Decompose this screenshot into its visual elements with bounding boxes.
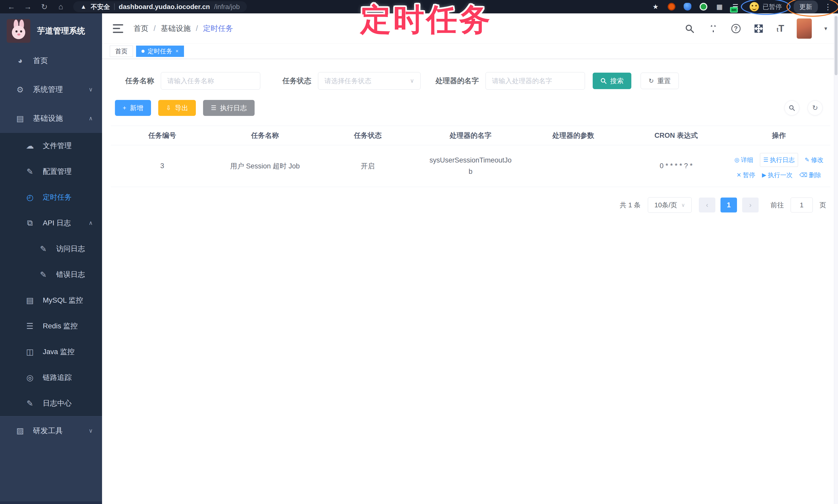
sidebar-item-home[interactable]: ◕ 首页 [0,46,102,75]
sidebar-item-system[interactable]: ⚙ 系统管理 ∨ [0,75,102,104]
sidebar-item-java-monitor[interactable]: ◫ Java 监控 [0,339,102,365]
tab-home[interactable]: 首页 [110,46,133,57]
api-log-icon: ⧉ [25,218,35,228]
export-button[interactable]: ⇩ 导出 [158,100,196,116]
toggle-search-button[interactable] [784,101,799,115]
active-tab-dot [141,50,144,53]
sidebar-item-access-logs[interactable]: ✎ 访问日志 [0,236,102,262]
main-area: 首页 / 基础设施 / 定时任务 ? [102,13,838,504]
goto-label: 前往 [770,201,784,210]
browser-forward-icon[interactable]: → [21,2,35,11]
java-monitor-icon: ◫ [25,347,35,357]
sidebar-item-scheduled-jobs[interactable]: ◴ 定时任务 [0,184,102,210]
eye-icon: ◎ [25,373,35,382]
refresh-table-button[interactable]: ↻ [808,101,823,115]
chevron-up-icon: ∧ [89,115,93,122]
goto-page-input[interactable] [790,198,813,213]
sidebar-item-redis-monitor[interactable]: ☰ Redis 监控 [0,313,102,339]
tab-close-icon[interactable]: × [175,48,179,54]
user-menu-caret-icon[interactable]: ▾ [824,25,827,32]
extension-list-icon[interactable]: ☰ on [731,2,740,11]
cloud-upload-icon: ☁ [25,141,35,151]
action-label: 详细 [741,156,753,164]
sidebar-item-label: 研发工具 [33,426,63,436]
url-host: dashboard.yudao.iocoder.cn [119,3,210,11]
sidebar-item-error-logs[interactable]: ✎ 错误日志 [0,262,102,287]
browser-back-icon[interactable]: ← [4,2,19,11]
sidebar-item-infra[interactable]: ▤ 基础设施 ∧ [0,104,102,133]
breadcrumb-home[interactable]: 首页 [134,23,149,34]
search-icon[interactable] [684,23,695,34]
col-header-handler: 处理器的名字 [419,128,522,143]
tab-label: 首页 [115,47,127,55]
user-avatar[interactable] [797,18,812,39]
job-status-placeholder: 请选择任务状态 [325,76,371,86]
fullscreen-icon[interactable] [753,23,764,34]
action-run-once-link[interactable]: ▶ 执行一次 [762,171,793,179]
eye-icon: ◎ [734,157,739,163]
sidebar-menu: ◕ 首页 ⚙ 系统管理 ∨ ▤ 基础设施 ∧ ☁ 文件管理 [0,46,102,504]
cell-job-name: 用户 Session 超时 Job [214,159,316,173]
extension-orange-icon[interactable] [667,2,676,11]
extension-blue-icon[interactable] [683,2,692,11]
bookmark-star-icon[interactable]: ★ [651,2,660,11]
address-bar[interactable]: ▲ 不安全 dashboard.yudao.iocoder.cn /infra/… [73,1,247,12]
font-size-icon[interactable]: tT [777,23,784,34]
prev-page-button[interactable]: ‹ [699,198,715,213]
cell-handler-name: sysUserSessionTimeoutJob [428,155,513,177]
next-page-button[interactable]: › [742,198,758,213]
action-pause-link[interactable]: ✕ 暂停 [736,171,755,179]
sidebar-item-api-logs[interactable]: ⧉ API 日志 ∧ [0,210,102,236]
search-button[interactable]: 搜索 [593,73,631,89]
extension-green-icon[interactable] [699,2,708,11]
job-status-select[interactable]: 请选择任务状态 ∨ [318,72,421,90]
add-button[interactable]: + 新增 [115,100,151,116]
sidebar-logo-row[interactable]: 芋道管理系统 [0,13,102,46]
sidebar-item-log-center[interactable]: ✎ 日志中心 [0,391,102,416]
url-divider [114,3,115,10]
tab-scheduled-jobs[interactable]: 定时任务 × [136,46,184,57]
browser-menu-kebab-icon[interactable]: ⋮ [824,2,832,11]
page-1-button[interactable]: 1 [720,198,737,213]
app-shell: 芋道管理系统 ◕ 首页 ⚙ 系统管理 ∨ ▤ 基础设施 ∧ [0,13,838,504]
page-content: 任务名称 任务状态 请选择任务状态 ∨ 处理器的名字 搜索 [102,59,838,504]
help-icon[interactable]: ? [731,24,740,33]
sidebar-submenu-infra: ☁ 文件管理 ✎ 配置管理 ◴ 定时任务 ⧉ API 日志 ∧ [0,133,102,416]
tab-label: 定时任务 [148,47,172,55]
browser-reload-icon[interactable]: ↻ [37,2,52,11]
action-delete-link[interactable]: ⌫ 删除 [799,171,821,179]
breadcrumb-infra[interactable]: 基础设施 [161,23,191,34]
page-scrollbar[interactable] [834,13,838,504]
annotation-overlay-title: 定时任务 [360,0,492,41]
github-icon[interactable] [708,23,719,34]
list-icon: ☰ [763,157,768,163]
sidebar-item-file-manage[interactable]: ☁ 文件管理 [0,133,102,159]
add-button-label: 新增 [130,104,143,112]
close-icon: ✕ [736,172,741,179]
sidebar-item-label: MySQL 监控 [43,295,83,305]
action-exec-log-link[interactable]: ☰ 执行日志 [760,153,798,167]
reset-button[interactable]: ↻ 重置 [641,73,679,89]
sidebar-item-devtools[interactable]: ▨ 研发工具 ∨ [0,416,102,445]
profile-chip[interactable]: 已暂停 [747,2,784,11]
browser-home-icon[interactable]: ⌂ [54,2,68,11]
sidebar-item-label: Redis 监控 [43,321,77,331]
handler-name-input[interactable] [486,72,585,90]
sidebar-item-mysql-monitor[interactable]: ▤ MySQL 监控 [0,287,102,313]
trash-icon: ⌫ [799,172,807,179]
chevron-up-icon: ∧ [89,220,93,227]
breadcrumb-separator: / [154,24,156,33]
sidebar-item-config-manage[interactable]: ✎ 配置管理 [0,159,102,184]
sidebar-item-trace[interactable]: ◎ 链路追踪 [0,365,102,391]
extensions-puzzle-icon[interactable]: ▦ [715,2,724,11]
action-label: 删除 [809,171,821,179]
browser-update-button[interactable]: 更新 [794,1,818,13]
sidebar-fold-icon[interactable] [113,24,123,33]
scrollbar-thumb[interactable] [835,16,837,75]
url-path: /infra/job [214,3,240,11]
action-detail-link[interactable]: ◎ 详细 [734,156,753,164]
page-size-select[interactable]: 10条/页 ∨ [648,197,692,213]
exec-log-button[interactable]: ☰ 执行日志 [203,100,255,116]
action-edit-link[interactable]: ✎ 修改 [805,156,823,164]
job-name-input[interactable] [161,72,260,90]
